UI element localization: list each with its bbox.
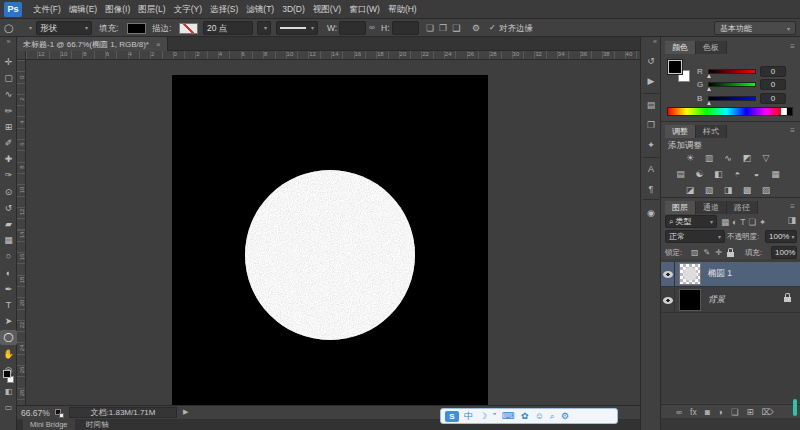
zoom-level[interactable]: 66.67% [21, 408, 50, 418]
opacity-input[interactable]: 100% ▾ [765, 230, 797, 243]
adjustment-icon-1-5[interactable]: ▦ [769, 168, 782, 180]
path-arrangement-icon[interactable]: ❑ [452, 21, 460, 35]
menu-item-2[interactable]: 图像(I) [101, 0, 134, 19]
menu-item-1[interactable]: 编辑(E) [65, 0, 101, 19]
history-brush-tool[interactable]: ↺ [0, 201, 17, 216]
color-panel-swatches[interactable] [667, 59, 695, 85]
adjustment-icon-2-0[interactable]: ◪ [684, 184, 697, 196]
close-icon[interactable]: × [156, 40, 161, 49]
status-expand-icon[interactable]: ▶ [183, 408, 188, 416]
hand-tool[interactable]: ✋ [0, 347, 17, 362]
foreground-background-swatches[interactable] [0, 368, 17, 386]
brush-tool[interactable]: ✑ [0, 168, 17, 183]
lock-transparency-icon[interactable]: ▨ [691, 248, 699, 257]
new-shape-layer-icon[interactable]: ❏ [426, 21, 434, 35]
menu-item-4[interactable]: 文字(Y) [170, 0, 206, 19]
crop-tool[interactable]: ⊞ [0, 120, 17, 135]
gradient-tool[interactable]: ▦ [0, 233, 17, 248]
search-icon[interactable]: ⌕ [550, 409, 555, 423]
new-layer-icon[interactable]: ⊞ [747, 405, 754, 419]
adjustment-icon-2-2[interactable]: ◨ [722, 184, 735, 196]
document-tab[interactable]: 未标题-1 @ 66.7%(椭圆 1, RGB/8)* × [17, 37, 168, 51]
path-selection-tool[interactable]: ➤ [0, 314, 17, 329]
character-panel-icon[interactable]: A [641, 161, 661, 177]
color-spectrum-ramp[interactable] [667, 107, 793, 116]
account-icon[interactable]: ☺ [535, 409, 544, 423]
paragraph-panel-icon[interactable]: ¶ [641, 181, 661, 197]
layer-thumbnail[interactable] [679, 289, 701, 311]
panel-menu-icon[interactable]: ≡ [790, 126, 795, 135]
tab-mini-bridge[interactable]: Mini Bridge [23, 419, 75, 430]
delete-layer-icon[interactable]: ⌦ [762, 405, 774, 419]
layer-row-ellipse[interactable]: 椭圆 1 [661, 262, 800, 287]
tab-layers-1[interactable]: 通道 [696, 201, 727, 214]
visibility-toggle[interactable] [661, 262, 675, 287]
path-operations-icon[interactable]: ❐ [439, 21, 447, 35]
tool-preset-picker[interactable]: ◯ ▾ [4, 21, 32, 35]
stroke-style-select[interactable]: ▾ [276, 21, 318, 35]
layer-row-background[interactable]: 背景 [661, 288, 800, 313]
foreground-color-swatch[interactable] [668, 60, 682, 74]
history-panel-icon[interactable]: ↺ [641, 53, 661, 69]
blur-tool[interactable]: ○ [0, 249, 17, 264]
menu-item-5[interactable]: 选择(S) [206, 0, 242, 19]
slider-track[interactable] [708, 69, 756, 74]
channel-value[interactable]: 0 [760, 79, 786, 90]
adjustment-icon-1-0[interactable]: ▤ [674, 168, 687, 180]
panel-menu-icon[interactable]: ≡ [790, 42, 795, 51]
lock-position-icon[interactable]: ✛ [715, 248, 722, 257]
type-tool[interactable]: T [0, 298, 17, 313]
workspace-switcher-button[interactable]: 基本功能 ▾ [714, 21, 796, 35]
blend-mode-select[interactable]: 正常 ▾ [665, 230, 725, 243]
link-dimensions-icon[interactable]: ∞ [369, 21, 375, 35]
tab-color-0[interactable]: 颜色 [665, 41, 696, 54]
adjustment-icon-2-4[interactable]: ▨ [760, 184, 773, 196]
g-channel-slider[interactable]: G0 [697, 79, 797, 91]
layer-filter-toggle-icon[interactable]: ◨ [787, 215, 796, 225]
healing-brush-tool[interactable]: ✚ [0, 152, 17, 167]
clone-stamp-tool[interactable]: ⊙ [0, 185, 17, 200]
adjustment-icon-1-4[interactable]: ◒ [750, 168, 763, 180]
ellipse-tool[interactable]: ◯ [0, 330, 17, 345]
link-layers-icon[interactable]: ∞ [676, 405, 682, 419]
menu-item-6[interactable]: 滤镜(T) [242, 0, 278, 19]
adjustment-icon-0-2[interactable]: ∿ [722, 152, 735, 164]
adjustment-icon-0-4[interactable]: ▽ [760, 152, 773, 164]
lock-all-icon[interactable] [727, 252, 734, 257]
stroke-width-dropdown[interactable]: ▾ [257, 21, 271, 35]
stroke-color-swatch[interactable] [179, 23, 198, 34]
tab-color-1[interactable]: 色板 [696, 41, 727, 54]
slider-marker[interactable] [707, 87, 711, 91]
marquee-tool[interactable]: ▢ [0, 71, 17, 86]
channel-value[interactable]: 0 [760, 93, 786, 104]
toolbar-collapse-icon[interactable]: » [0, 38, 17, 45]
add-layer-mask-icon[interactable]: ◙ [705, 405, 710, 419]
menu-item-0[interactable]: 文件(F) [29, 0, 65, 19]
tab-adjustments-0[interactable]: 调整 [665, 125, 696, 138]
lock-pixels-icon[interactable]: ✎ [704, 248, 711, 257]
visibility-toggle[interactable] [661, 288, 675, 313]
adjustment-icon-1-2[interactable]: ◧ [712, 168, 725, 180]
new-group-icon[interactable]: ❏ [731, 405, 739, 419]
adjustment-icon-0-0[interactable]: ☀ [684, 152, 697, 164]
actions-panel-icon[interactable]: ▶ [641, 73, 661, 89]
panel-menu-icon[interactable]: ≡ [790, 202, 795, 211]
skin-icon[interactable]: ✿ [521, 409, 529, 423]
channel-value[interactable]: 0 [760, 66, 786, 77]
layer-filter-icon-3[interactable]: ❏ [748, 217, 756, 227]
slider-track[interactable] [708, 82, 756, 87]
pen-tool[interactable]: ✒ [0, 282, 17, 297]
adjustment-icon-2-3[interactable]: ▩ [741, 184, 754, 196]
layer-filter-icon-4[interactable]: ✦ [759, 217, 766, 227]
b-channel-slider[interactable]: B0 [697, 92, 797, 104]
tab-timeline[interactable]: 时间轴 [79, 419, 116, 430]
quick-mask-mode-icon[interactable]: ◧ [0, 387, 17, 396]
adjustment-icon-0-1[interactable]: ▥ [703, 152, 716, 164]
slider-marker[interactable] [707, 74, 711, 78]
tab-layers-0[interactable]: 图层 [665, 201, 696, 214]
width-input[interactable] [339, 21, 366, 35]
menu-item-7[interactable]: 3D(D) [278, 0, 309, 19]
layer-filter-select[interactable]: ⌕ 类型 ▾ [665, 215, 717, 228]
clone-source-panel-icon[interactable]: ❐ [641, 117, 661, 133]
align-edges-checkbox[interactable]: ✓ [489, 21, 496, 35]
